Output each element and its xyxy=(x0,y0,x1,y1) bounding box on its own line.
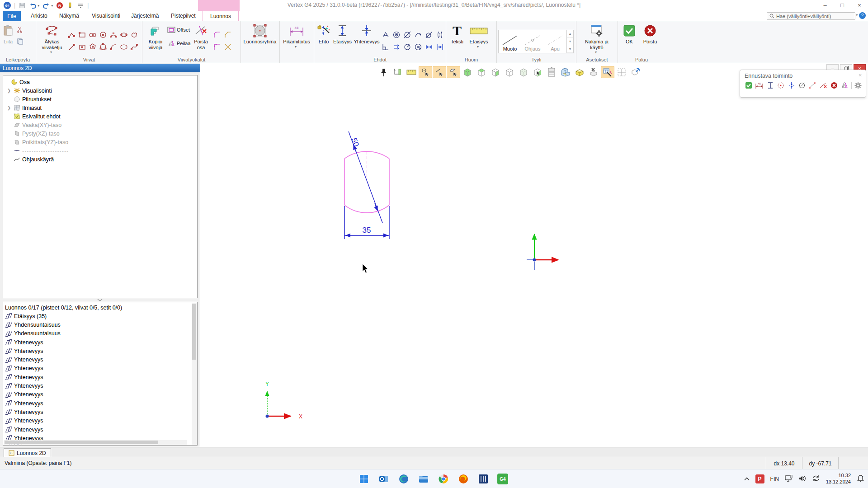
concentric-button[interactable] xyxy=(391,28,402,41)
view-side-button[interactable] xyxy=(489,66,502,78)
middle-constraint-button[interactable] xyxy=(434,41,445,53)
snap-plane-button[interactable] xyxy=(447,66,460,78)
arc-slot-button[interactable] xyxy=(118,28,129,41)
arc-3pt-button[interactable] xyxy=(108,28,118,41)
export-view-button[interactable] xyxy=(629,66,642,78)
tree-item-poikittais-yz[interactable]: Poikittais(YZ)-taso xyxy=(3,138,197,146)
exit-button[interactable]: Poistu xyxy=(639,23,661,55)
taskbar-outlook-button[interactable] xyxy=(378,473,390,485)
notification-bell-icon[interactable]: z xyxy=(857,474,864,483)
expand-chevron-icon[interactable]: ❯ xyxy=(7,105,11,110)
list-item[interactable]: Yhtenevyys xyxy=(3,347,197,355)
view-pick-button[interactable] xyxy=(531,66,544,78)
ruler-button[interactable] xyxy=(405,66,418,78)
view-top-button[interactable] xyxy=(475,66,488,78)
volume-icon[interactable] xyxy=(799,475,806,483)
search-chevron-icon[interactable]: ▾ xyxy=(856,13,858,17)
line-button[interactable] xyxy=(66,41,77,53)
horizontal-dim-button[interactable] xyxy=(424,41,434,53)
hide-constraint-button[interactable] xyxy=(424,28,434,41)
tree-item-vaaka-xy[interactable]: Vaaka(XY)-taso xyxy=(3,121,197,129)
menu-jarjestelma[interactable]: Järjestelmä xyxy=(131,13,159,19)
remove-part-button[interactable]: Poista osa xyxy=(191,23,212,55)
coincidence-button[interactable]: Yhtenevyys xyxy=(353,23,380,55)
list-hscrollbar[interactable] xyxy=(4,440,187,445)
sketch-canvas[interactable]: 50 35 Y X xyxy=(200,63,868,447)
menu-nakyma[interactable]: Näkymä xyxy=(59,13,79,19)
quick-dimension-button[interactable]: 45 xyxy=(755,81,764,89)
menu-visualisointi[interactable]: Visualisointi xyxy=(92,13,120,19)
ellipse-button[interactable] xyxy=(118,41,129,53)
angle-dim-button[interactable] xyxy=(402,41,413,53)
list-item[interactable]: Yhdensuuntaisuus xyxy=(3,329,197,338)
search-input[interactable]: Hae (välilyönti+välilyönti) xyxy=(767,12,855,20)
tree-item-esivalitut-ehdot[interactable]: Esivalitut ehdot xyxy=(3,112,197,121)
view-front-button[interactable] xyxy=(503,66,516,78)
cancel-button[interactable] xyxy=(830,81,838,89)
mirror-predict-button[interactable] xyxy=(840,81,848,89)
trim-predict-button[interactable] xyxy=(819,81,827,89)
list-item[interactable]: Yhtenevyys xyxy=(3,390,197,399)
circle-3pt-button[interactable] xyxy=(98,41,108,53)
sketch-group-button[interactable]: Luonnosryhmä xyxy=(242,23,278,55)
view-shaded-button[interactable] xyxy=(517,66,530,78)
redo-icon[interactable] xyxy=(42,2,50,9)
taskbar-chrome-button[interactable] xyxy=(438,473,449,485)
ok-button[interactable]: OK xyxy=(619,23,639,55)
accept-button[interactable] xyxy=(745,81,752,89)
equal-constraint-button[interactable] xyxy=(413,41,424,53)
taskbar-edge-button[interactable] xyxy=(398,473,410,485)
start-button[interactable] xyxy=(358,473,370,485)
network-icon[interactable] xyxy=(785,475,793,483)
file-menu-button[interactable]: File xyxy=(3,11,21,21)
arc-center-button[interactable] xyxy=(108,41,118,53)
tree-item-ohjauskayra[interactable]: Ohjauskäyrä xyxy=(3,155,197,164)
style-guide-tile[interactable]: Ohjaus xyxy=(521,30,544,53)
corner-block-button[interactable] xyxy=(559,66,572,78)
list-scrollbar[interactable] xyxy=(192,303,197,445)
maximize-button[interactable]: □ xyxy=(834,0,851,10)
style-aux-tile[interactable]: Apu xyxy=(544,30,566,53)
list-item[interactable]: Yhdensuuntaisuus xyxy=(3,320,197,329)
symmetry-button[interactable] xyxy=(788,81,795,89)
save-icon[interactable] xyxy=(19,2,26,9)
gallery-up-icon[interactable]: ▲ xyxy=(567,30,573,38)
list-item[interactable]: Yhtenevyys xyxy=(3,425,197,434)
settings-button[interactable] xyxy=(854,81,862,89)
gallery-expand-icon[interactable]: ▼ xyxy=(567,45,573,53)
fillet-button[interactable] xyxy=(212,28,222,41)
copy-button[interactable] xyxy=(15,36,25,46)
menu-arkisto[interactable]: Arkisto xyxy=(31,13,47,19)
condition-button[interactable]: Ehto xyxy=(316,23,332,55)
spline-button[interactable] xyxy=(129,41,139,53)
snap-center-button[interactable] xyxy=(419,66,432,78)
paste-button[interactable]: Liitä xyxy=(1,23,15,55)
distance-constraint-button[interactable]: Etäisyys xyxy=(332,23,353,55)
list-item[interactable]: Yhtenevyys xyxy=(3,338,197,347)
close-button[interactable]: × xyxy=(851,0,868,10)
tangent-predict-button[interactable] xyxy=(798,81,806,89)
pin-button[interactable] xyxy=(377,66,390,78)
tray-p-icon[interactable]: P xyxy=(755,474,764,483)
tree-item-visualisointi[interactable]: ❯Visualisointi xyxy=(3,86,197,95)
list-item[interactable]: Yhtenevyys xyxy=(3,417,197,425)
perpendicular-button[interactable] xyxy=(380,41,391,53)
sheet-list-button[interactable] xyxy=(545,66,558,78)
measure-axes-button[interactable] xyxy=(391,66,404,78)
list-item[interactable]: Yhtenevyys xyxy=(3,355,197,364)
polygon-button[interactable] xyxy=(87,41,98,53)
chamfer-button[interactable] xyxy=(222,28,233,41)
splitter-chevron-icon[interactable] xyxy=(95,298,105,302)
taskbar-ide-button[interactable] xyxy=(477,473,489,485)
taskbar-firefox-button[interactable] xyxy=(458,473,469,485)
polyline-button[interactable] xyxy=(66,28,77,41)
tree-item-piirustukset[interactable]: Piirustukset xyxy=(3,95,197,103)
list-item[interactable]: Yhtenevyys xyxy=(3,408,197,416)
grid-toggle-button[interactable] xyxy=(615,66,628,78)
tree-item-pysty-xz[interactable]: Pysty(XZ)-taso xyxy=(3,129,197,138)
split-button[interactable] xyxy=(434,28,445,41)
highlighter-icon[interactable] xyxy=(66,2,74,9)
yellow-box-button[interactable] xyxy=(573,66,586,78)
text-button[interactable]: T Teksti xyxy=(448,23,467,55)
vertical-dim-button[interactable] xyxy=(766,81,774,89)
